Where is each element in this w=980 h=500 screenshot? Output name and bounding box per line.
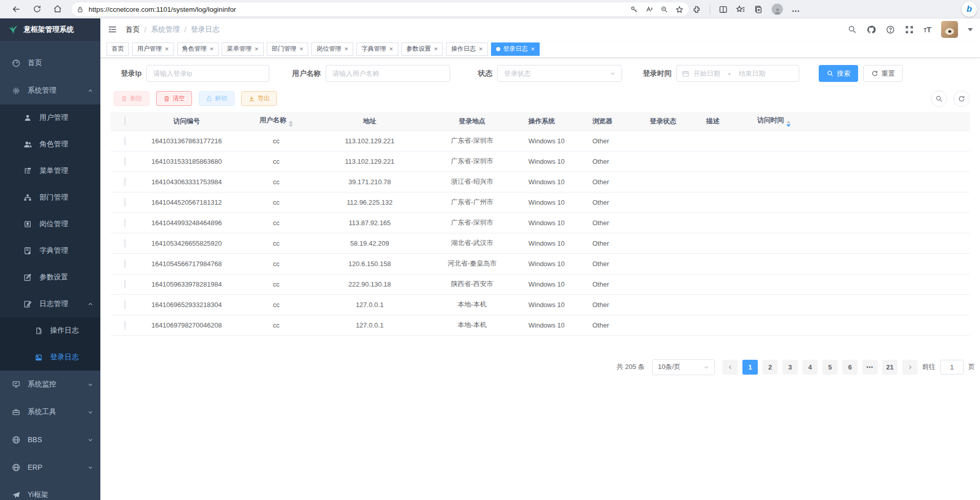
browser-home-icon[interactable] [47, 5, 68, 13]
collections-icon[interactable] [754, 5, 763, 14]
page-button-1[interactable]: 1 [742, 360, 758, 375]
address-bar[interactable]: https://ccnetcore.com:1101/system/log/lo… [72, 3, 689, 16]
tab-dept-mgmt[interactable]: 部门管理× [267, 42, 309, 56]
tab-param-settings[interactable]: 参数设置× [401, 42, 443, 56]
close-icon[interactable]: × [389, 45, 393, 53]
tab-menu-mgmt[interactable]: 菜单管理× [222, 42, 264, 56]
sidebar-item-op-log[interactable]: 操作日志 [0, 317, 100, 344]
date-range-picker[interactable]: 开始日期 - 结束日期 [676, 65, 799, 82]
table-row[interactable]: 1641053426655825920cc58.19.42.209湖北省-武汉市… [111, 233, 970, 253]
sidebar-item-dict-mgmt[interactable]: 字典管理 [0, 237, 100, 264]
row-checkbox[interactable] [124, 300, 125, 309]
sidebar-item-login-log[interactable]: 登录日志 [0, 344, 100, 371]
close-icon[interactable]: × [254, 45, 259, 53]
row-checkbox[interactable] [124, 321, 125, 330]
table-row[interactable]: 1641044520567181312cc112.96.225.132广东省-广… [111, 192, 970, 212]
bing-copilot-icon[interactable]: b [962, 2, 977, 17]
close-icon[interactable]: × [344, 45, 348, 53]
search-button[interactable]: 搜索 [819, 65, 858, 82]
export-button[interactable]: 导出 [241, 91, 277, 106]
sidebar-item-role-mgmt[interactable]: 角色管理 [0, 131, 100, 158]
close-icon[interactable]: × [434, 45, 438, 53]
table-row[interactable]: 1641043063331753984cc39.171.210.78浙江省-绍兴… [111, 171, 970, 192]
favorite-add-icon[interactable] [675, 6, 684, 14]
row-checkbox[interactable] [124, 280, 125, 289]
sidebar-item-monitor[interactable]: 系统监控 [0, 371, 100, 398]
page-button-4[interactable]: 4 [802, 360, 818, 375]
sidebar-item-home[interactable]: 首页 [0, 49, 100, 77]
user-avatar[interactable] [941, 21, 958, 38]
help-icon[interactable] [886, 25, 895, 34]
browser-refresh-icon[interactable] [27, 5, 47, 13]
sidebar-item-log-mgmt[interactable]: 日志管理 [0, 291, 100, 317]
table-row[interactable]: 1641054566717984768cc120.6.150.158河北省-秦皇… [111, 253, 970, 274]
sidebar-item-erp[interactable]: ERP [0, 453, 100, 481]
row-checkbox[interactable] [124, 137, 125, 145]
table-row[interactable]: 1641069652933218304cc127.0.0.1本地-本机Windo… [111, 294, 970, 315]
col-header-visit-time[interactable]: 访问时间 [752, 112, 829, 131]
page-size-select[interactable]: 10条/页 [652, 359, 715, 375]
table-row[interactable]: 1641044993248464896cc113.87.92.165广东省-深圳… [111, 212, 970, 233]
table-row[interactable]: 1641031367863177216cc113.102.129.221广东省-… [111, 131, 970, 151]
sort-carets-icon[interactable] [289, 121, 293, 127]
page-button-6[interactable]: 6 [842, 360, 858, 375]
read-aloud-icon[interactable] [645, 6, 653, 13]
password-key-icon[interactable] [630, 6, 638, 13]
page-button-2[interactable]: 2 [762, 360, 778, 375]
sidebar-item-system[interactable]: 系统管理 [0, 77, 100, 104]
sidebar-item-param-settings[interactable]: 参数设置 [0, 264, 100, 291]
breadcrumb-system[interactable]: 系统管理 [151, 25, 180, 34]
sort-carets-icon[interactable] [786, 121, 791, 127]
split-screen-icon[interactable] [719, 5, 728, 14]
delete-button[interactable]: 删除 [114, 91, 150, 106]
browser-back-icon[interactable] [6, 5, 27, 14]
table-row[interactable]: 1641059633978281984cc222.90.130.18陕西省-西安… [111, 274, 970, 294]
page-button-21[interactable]: 21 [882, 360, 898, 375]
fullscreen-icon[interactable] [905, 25, 914, 34]
close-icon[interactable]: × [165, 45, 169, 53]
close-icon[interactable]: × [210, 45, 214, 53]
browser-menu-icon[interactable]: … [792, 5, 800, 14]
sidebar-item-dept-mgmt[interactable]: 部门管理 [0, 184, 100, 211]
header-search-icon[interactable] [848, 25, 857, 34]
browser-profile-icon[interactable] [772, 4, 783, 15]
reset-button[interactable]: 重置 [863, 65, 903, 82]
tab-home[interactable]: 首页 [106, 42, 129, 56]
tab-user-mgmt[interactable]: 用户管理× [132, 42, 174, 56]
tab-op-log[interactable]: 操作日志× [446, 42, 488, 56]
tab-post-mgmt[interactable]: 岗位管理× [311, 42, 353, 56]
sidebar-item-yi-framework[interactable]: Yi框架 [0, 481, 100, 500]
close-icon[interactable]: × [300, 45, 304, 53]
app-logo[interactable]: 意框架管理系统 [0, 18, 100, 41]
row-checkbox[interactable] [124, 239, 125, 248]
row-checkbox[interactable] [124, 219, 125, 227]
user-name-input[interactable] [326, 65, 450, 82]
favorites-icon[interactable] [736, 5, 745, 14]
status-select[interactable]: 登录状态 [497, 65, 622, 82]
breadcrumb-home[interactable]: 首页 [125, 25, 140, 34]
tab-dict-mgmt[interactable]: 字典管理× [356, 42, 398, 56]
col-header-user-name[interactable]: 用户名称 [234, 112, 318, 131]
close-icon[interactable]: × [531, 45, 535, 53]
prev-page-button[interactable] [722, 360, 738, 375]
sidebar-item-menu-mgmt[interactable]: 菜单管理 [0, 158, 100, 184]
sidebar-item-tools[interactable]: 系统工具 [0, 398, 100, 426]
tab-login-log[interactable]: 登录日志× [491, 42, 540, 56]
zoom-out-icon[interactable] [661, 6, 668, 13]
login-ip-input[interactable] [146, 65, 269, 82]
table-row[interactable]: 1641069798270046208cc127.0.0.1本地-本机Windo… [111, 315, 970, 335]
avatar-caret-icon[interactable] [968, 28, 973, 34]
refresh-table-button[interactable] [953, 91, 970, 107]
row-checkbox[interactable] [124, 178, 125, 186]
sidebar-collapse-icon[interactable] [108, 25, 117, 34]
extensions-icon[interactable] [692, 5, 701, 14]
sidebar-item-post-mgmt[interactable]: 岗位管理 [0, 211, 100, 237]
sidebar-item-bbs[interactable]: BBS [0, 426, 100, 453]
unlock-button[interactable]: 解锁 [199, 91, 235, 106]
more-pages-button[interactable]: ••• [862, 360, 878, 375]
row-checkbox[interactable] [124, 157, 125, 166]
github-icon[interactable] [866, 25, 876, 34]
row-checkbox[interactable] [124, 259, 125, 268]
page-button-3[interactable]: 3 [782, 360, 798, 375]
font-size-icon[interactable]: TT [924, 25, 931, 34]
